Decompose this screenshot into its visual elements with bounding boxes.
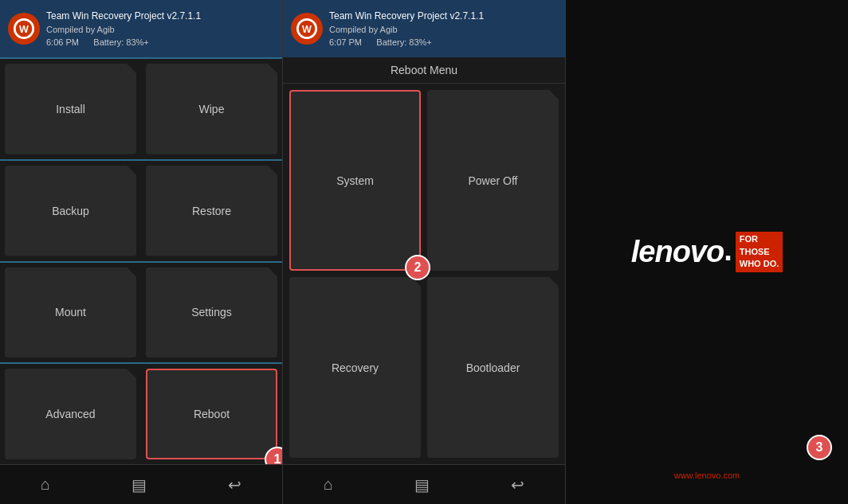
restore-cell: Restore xyxy=(141,159,282,261)
panel1-compiled: Compiled by Agib xyxy=(46,23,201,37)
twrp-logo-2: W xyxy=(291,13,323,45)
panel2-status: 6:07 PM Battery: 83%+ xyxy=(329,36,484,49)
reboot-cell: Reboot 1 xyxy=(141,362,282,464)
panel-twrp-main: W Team Win Recovery Project v2.7.1.1 Com… xyxy=(0,0,283,504)
home-icon[interactable]: ⌂ xyxy=(41,475,50,494)
panel1-header: W Team Win Recovery Project v2.7.1.1 Com… xyxy=(0,0,282,57)
install-button[interactable]: Install xyxy=(5,64,136,154)
mount-cell: Mount xyxy=(0,261,141,363)
home-icon-2[interactable]: ⌂ xyxy=(324,475,333,494)
panel2-header-text: Team Win Recovery Project v2.7.1.1 Compi… xyxy=(329,9,484,49)
settings-button[interactable]: Settings xyxy=(146,268,277,358)
panel1-title: Team Win Recovery Project v2.7.1.1 xyxy=(46,9,201,23)
panel1-header-text: Team Win Recovery Project v2.7.1.1 Compi… xyxy=(46,9,201,49)
back-icon-2[interactable]: ↩ xyxy=(511,475,524,494)
panel1-nav-grid: Install Wipe Backup Restore Mount xyxy=(0,57,282,464)
panel2-time: 6:07 PM xyxy=(329,37,362,47)
wipe-cell: Wipe xyxy=(141,57,282,159)
restore-button[interactable]: Restore xyxy=(146,166,277,256)
panel2-battery: Battery: 83%+ xyxy=(376,37,431,47)
back-icon[interactable]: ↩ xyxy=(228,475,241,494)
reboot-menu-title: Reboot Menu xyxy=(283,57,565,84)
system-button[interactable]: System 2 xyxy=(289,90,421,271)
settings-cell: Settings xyxy=(141,261,282,363)
panel2-bottom-bar: ⌂ ▤ ↩ xyxy=(283,464,565,504)
panel1-battery: Battery: 83%+ xyxy=(93,37,148,47)
reboot-button[interactable]: Reboot xyxy=(146,369,277,459)
lenovo-wordmark: lenovo xyxy=(631,235,724,269)
panel-reboot-menu: W Team Win Recovery Project v2.7.1.1 Com… xyxy=(283,0,566,504)
lenovo-logo-text: lenovo . xyxy=(631,235,732,269)
mount-button[interactable]: Mount xyxy=(5,268,136,358)
panel2-compiled: Compiled by Agib xyxy=(329,23,484,37)
panel-lenovo: lenovo . FOR THOSE WHO DO. www.lenovo.co… xyxy=(566,0,848,504)
panel1-bottom-bar: ⌂ ▤ ↩ xyxy=(0,464,282,504)
lenovo-tagline: FOR THOSE WHO DO. xyxy=(736,232,783,272)
backup-cell: Backup xyxy=(0,159,141,261)
advanced-cell: Advanced xyxy=(0,362,141,464)
bootloader-button[interactable]: Bootloader xyxy=(427,277,559,458)
install-cell: Install xyxy=(0,57,141,159)
wipe-button[interactable]: Wipe xyxy=(146,64,277,154)
panel2-header: W Team Win Recovery Project v2.7.1.1 Com… xyxy=(283,0,565,57)
badge-2: 2 xyxy=(405,255,430,280)
panel2-title: Team Win Recovery Project v2.7.1.1 xyxy=(329,9,484,23)
menu-icon[interactable]: ▤ xyxy=(132,475,147,494)
backup-button[interactable]: Backup xyxy=(5,166,136,256)
lenovo-url: www.lenovo.com xyxy=(674,471,740,480)
twrp-logo: W xyxy=(8,13,40,45)
power-off-button[interactable]: Power Off xyxy=(427,90,559,271)
panel1-time: 6:06 PM xyxy=(46,37,79,47)
svg-text:W: W xyxy=(302,24,312,35)
lenovo-brand: lenovo . FOR THOSE WHO DO. xyxy=(631,232,783,272)
reboot-grid: System 2 Power Off Recovery Bootloader xyxy=(283,84,565,464)
lenovo-dot: . xyxy=(724,235,732,265)
badge-3: 3 xyxy=(807,435,832,460)
recovery-button[interactable]: Recovery xyxy=(289,277,421,458)
menu-icon-2[interactable]: ▤ xyxy=(414,475,430,494)
svg-text:W: W xyxy=(19,24,29,35)
advanced-button[interactable]: Advanced xyxy=(5,369,136,459)
panel1-status: 6:06 PM Battery: 83%+ xyxy=(46,36,201,49)
